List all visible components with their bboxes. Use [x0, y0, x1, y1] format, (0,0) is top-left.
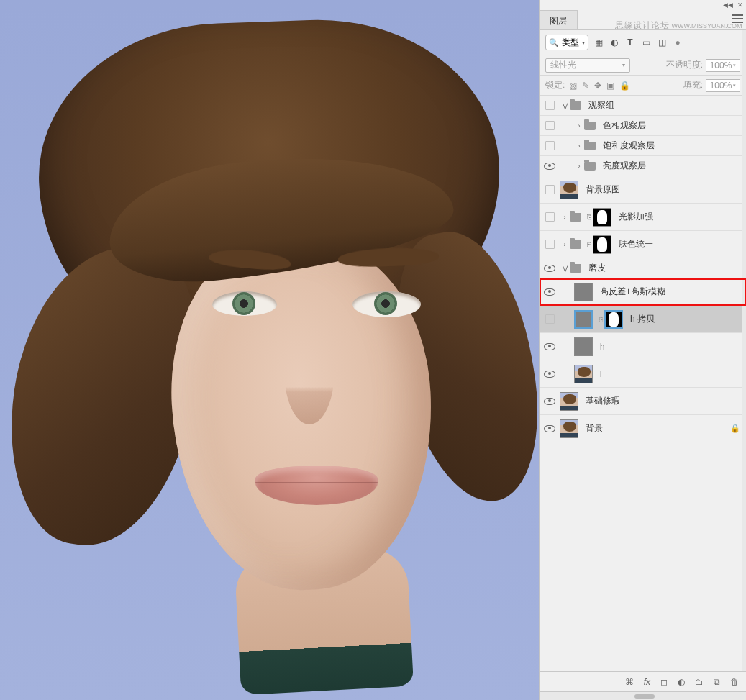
- visibility-toggle[interactable]: [545, 121, 555, 130]
- layer-fix[interactable]: 基础修瑕: [540, 388, 746, 415]
- folder-icon: [570, 264, 581, 273]
- fx-icon[interactable]: fx: [644, 677, 650, 687]
- layer-group-luminance[interactable]: › 亮度观察层: [540, 156, 746, 176]
- layer-h[interactable]: h: [540, 333, 746, 360]
- eye-icon: [544, 265, 555, 272]
- folder-icon: [570, 101, 581, 110]
- layer-thumbnail[interactable]: [574, 365, 593, 383]
- visibility-toggle[interactable]: [545, 240, 555, 249]
- filter-color-icon[interactable]: ●: [672, 37, 683, 48]
- layers-bottom-toolbar: ⌘ fx ◻ ◐ 🗀 ⧉ 🗑: [540, 671, 746, 691]
- adjustment-layer-icon[interactable]: ◐: [678, 677, 685, 687]
- layer-name: 光影加强: [619, 211, 653, 223]
- expand-icon[interactable]: ›: [560, 241, 570, 248]
- new-group-icon[interactable]: 🗀: [695, 677, 704, 687]
- expand-icon[interactable]: ›: [560, 214, 570, 221]
- mask-thumbnail[interactable]: [593, 235, 611, 254]
- visibility-toggle[interactable]: [540, 265, 560, 272]
- visibility-toggle[interactable]: [540, 343, 560, 350]
- eye-icon: [544, 425, 555, 432]
- lock-paint-icon[interactable]: ✎: [582, 81, 589, 91]
- add-mask-icon[interactable]: ◻: [660, 677, 668, 687]
- lock-label: 锁定:: [545, 79, 565, 91]
- fill-input[interactable]: 100%▾: [706, 79, 740, 92]
- visibility-toggle[interactable]: [540, 371, 560, 378]
- visibility-toggle[interactable]: [545, 141, 555, 150]
- visibility-toggle[interactable]: [540, 398, 560, 405]
- layer-thumbnail[interactable]: [560, 392, 578, 411]
- visibility-toggle[interactable]: [540, 288, 560, 296]
- eye-icon: [544, 343, 555, 350]
- link-layers-icon[interactable]: ⌘: [625, 677, 634, 687]
- link-icon: ⎘: [586, 240, 593, 248]
- visibility-toggle[interactable]: [545, 314, 555, 324]
- layer-name: h: [600, 342, 605, 352]
- layer-highpass-gauss[interactable]: 高反差+高斯模糊: [540, 278, 746, 306]
- layer-h-copy[interactable]: ⎘ h 拷贝: [540, 306, 746, 333]
- layer-group-hue[interactable]: › 色相观察层: [540, 116, 746, 136]
- chevron-down-icon: ▾: [622, 62, 625, 68]
- visibility-toggle[interactable]: [540, 163, 560, 170]
- document-canvas[interactable]: [0, 0, 539, 700]
- blend-row: 线性光 ▾ 不透明度: 100%▾: [540, 55, 746, 76]
- expand-icon[interactable]: ›: [574, 122, 584, 129]
- layer-group-saturation[interactable]: › 饱和度观察层: [540, 136, 746, 156]
- opacity-label: 不透明度:: [666, 59, 703, 71]
- filter-type-select[interactable]: 🔍 类型 ▾: [545, 35, 588, 50]
- mask-thumbnail[interactable]: [593, 208, 611, 227]
- mask-thumbnail[interactable]: [604, 310, 623, 329]
- filter-shape-icon[interactable]: ▭: [640, 37, 652, 48]
- layer-thumbnail[interactable]: [560, 419, 578, 438]
- layer-thumbnail[interactable]: [574, 283, 593, 301]
- layer-l[interactable]: l: [540, 360, 746, 388]
- filter-adjustment-icon[interactable]: ◐: [609, 37, 620, 48]
- layer-name: 色相观察层: [603, 119, 646, 132]
- panel-resize-handle[interactable]: [540, 691, 746, 700]
- filter-image-icon[interactable]: ▦: [593, 37, 604, 48]
- layer-thumbnail[interactable]: [560, 181, 578, 199]
- trash-icon[interactable]: 🗑: [730, 677, 739, 687]
- search-icon: 🔍: [549, 38, 559, 47]
- visibility-toggle[interactable]: [545, 185, 555, 194]
- visibility-toggle[interactable]: [545, 212, 555, 222]
- opacity-input[interactable]: 100%▾: [706, 59, 740, 72]
- lock-all-icon[interactable]: 🔒: [619, 81, 630, 91]
- blend-mode-select[interactable]: 线性光 ▾: [545, 58, 630, 73]
- layer-name: 背景原图: [586, 183, 620, 196]
- layer-name: 肤色统一: [619, 238, 653, 250]
- lock-position-icon[interactable]: ✥: [594, 81, 601, 91]
- expand-icon[interactable]: ⋁: [560, 265, 570, 272]
- expand-icon[interactable]: ›: [574, 142, 584, 150]
- panel-close-icon[interactable]: ✕: [737, 2, 743, 9]
- layer-background[interactable]: 背景 🔒: [540, 415, 746, 442]
- portrait-photo: [0, 0, 539, 700]
- panel-menu-icon[interactable]: [732, 14, 743, 23]
- layer-group-observe[interactable]: ⋁ 观察组: [540, 96, 746, 116]
- eye-icon: [544, 398, 555, 405]
- layer-thumbnail[interactable]: [574, 337, 593, 356]
- new-layer-icon[interactable]: ⧉: [714, 677, 720, 687]
- layer-name: 亮度观察层: [603, 160, 646, 172]
- layer-bg-original[interactable]: 背景原图: [540, 176, 746, 204]
- layer-group-skin[interactable]: › ⎘ 肤色统一: [540, 231, 746, 258]
- visibility-toggle[interactable]: [540, 425, 560, 432]
- layer-group-light[interactable]: › ⎘ 光影加强: [540, 204, 746, 231]
- link-icon: ⎘: [597, 315, 604, 323]
- visibility-toggle[interactable]: [545, 101, 555, 110]
- expand-icon[interactable]: ⋁: [560, 102, 570, 109]
- panel-tabs: 思缘设计论坛 WWW.MISSYUAN.COM 图层: [540, 10, 746, 30]
- tab-layers[interactable]: 图层: [540, 10, 578, 29]
- panel-scrollbar[interactable]: [742, 29, 746, 671]
- layer-group-smooth[interactable]: ⋁ 磨皮: [540, 258, 746, 278]
- filter-text-icon[interactable]: T: [624, 37, 636, 48]
- filter-smartobject-icon[interactable]: ◫: [656, 37, 668, 48]
- layer-thumbnail[interactable]: [574, 310, 593, 329]
- panel-collapse-icon[interactable]: ◀◀: [723, 2, 733, 9]
- expand-icon[interactable]: ›: [574, 163, 584, 170]
- layer-name: h 拷贝: [630, 313, 655, 325]
- filter-type-label: 类型: [562, 37, 579, 49]
- lock-artboard-icon[interactable]: ▣: [606, 81, 614, 91]
- layer-name: 饱和度观察层: [603, 140, 655, 152]
- lock-row: 锁定: ▨ ✎ ✥ ▣ 🔒 填充: 100%▾: [540, 76, 746, 96]
- lock-pixels-icon[interactable]: ▨: [569, 81, 577, 91]
